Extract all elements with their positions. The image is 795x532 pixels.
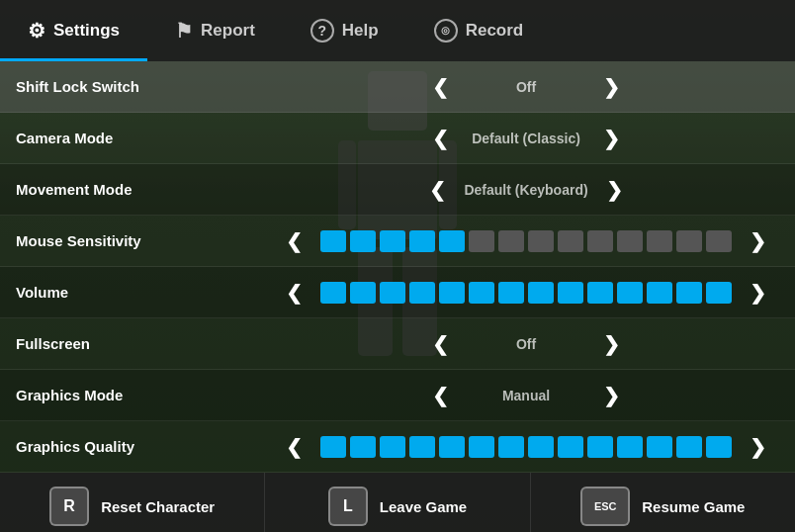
bar-4 bbox=[409, 230, 435, 252]
bar-9 bbox=[558, 230, 583, 252]
graphics-quality-control: ❮ ❯ bbox=[273, 433, 779, 461]
gq-bar-4 bbox=[409, 436, 435, 458]
fullscreen-prev[interactable]: ❮ bbox=[424, 330, 457, 358]
mouse-sensitivity-next[interactable]: ❯ bbox=[742, 227, 774, 255]
bar-7 bbox=[498, 230, 524, 252]
nav-item-report[interactable]: ⚑ Report bbox=[147, 0, 283, 61]
setting-row-camera-mode: Camera Mode ❮ Default (Classic) ❯ bbox=[0, 113, 795, 164]
report-icon: ⚑ bbox=[175, 21, 193, 41]
gq-bar-14 bbox=[706, 436, 732, 458]
setting-row-graphics-quality: Graphics Quality ❮ bbox=[0, 421, 795, 473]
camera-mode-prev[interactable]: ❮ bbox=[424, 125, 457, 152]
fullscreen-label: Fullscreen bbox=[16, 335, 273, 352]
graphics-quality-label: Graphics Quality bbox=[16, 438, 273, 455]
graphics-mode-label: Graphics Mode bbox=[16, 387, 273, 403]
vol-bar-14 bbox=[706, 282, 732, 304]
gq-bar-1 bbox=[320, 436, 346, 458]
vol-bar-2 bbox=[350, 282, 376, 304]
reset-character-button[interactable]: R Reset Character bbox=[0, 473, 265, 532]
fullscreen-next[interactable]: ❯ bbox=[595, 330, 628, 358]
gq-bar-3 bbox=[380, 436, 405, 458]
setting-row-volume: Volume ❮ bbox=[0, 267, 795, 318]
resume-game-label: Resume Game bbox=[642, 498, 745, 515]
bar-12 bbox=[647, 230, 672, 252]
setting-row-mouse-sensitivity: Mouse Sensitivity ❮ bbox=[0, 216, 795, 267]
bar-2 bbox=[350, 230, 376, 252]
shift-lock-prev[interactable]: ❮ bbox=[424, 73, 457, 101]
camera-mode-next[interactable]: ❯ bbox=[595, 125, 628, 152]
nav-bar: ⚙ Settings ⚑ Report ? Help ◎ Record bbox=[0, 0, 795, 61]
vol-bar-7 bbox=[498, 282, 524, 304]
graphics-mode-next[interactable]: ❯ bbox=[595, 382, 628, 409]
graphics-quality-prev[interactable]: ❮ bbox=[278, 433, 310, 461]
graphics-mode-value: Manual bbox=[467, 388, 585, 403]
vol-bar-12 bbox=[647, 282, 672, 304]
bar-5 bbox=[439, 230, 465, 252]
vol-bar-3 bbox=[380, 282, 405, 304]
setting-row-shift-lock: Shift Lock Switch ❮ Off ❯ bbox=[0, 61, 795, 113]
movement-mode-value: Default (Keyboard) bbox=[464, 182, 587, 198]
gq-bar-9 bbox=[558, 436, 583, 458]
settings-panel: ⚙ Settings ⚑ Report ? Help ◎ Record Shif… bbox=[0, 0, 795, 532]
vol-bar-4 bbox=[409, 282, 435, 304]
bar-13 bbox=[676, 230, 702, 252]
gq-bar-2 bbox=[350, 436, 376, 458]
nav-item-settings[interactable]: ⚙ Settings bbox=[0, 0, 147, 61]
nav-settings-label: Settings bbox=[53, 21, 120, 41]
setting-row-movement-mode: Movement Mode ❮ Default (Keyboard) ❯ bbox=[0, 164, 795, 216]
bar-8 bbox=[528, 230, 554, 252]
shift-lock-next[interactable]: ❯ bbox=[595, 73, 628, 101]
graphics-mode-prev[interactable]: ❮ bbox=[424, 382, 457, 409]
bar-11 bbox=[617, 230, 643, 252]
fullscreen-control: ❮ Off ❯ bbox=[273, 330, 779, 358]
volume-next[interactable]: ❯ bbox=[742, 279, 774, 307]
vol-bar-6 bbox=[469, 282, 494, 304]
reset-character-label: Reset Character bbox=[101, 498, 215, 515]
gq-bar-12 bbox=[647, 436, 672, 458]
movement-mode-control: ❮ Default (Keyboard) ❯ bbox=[273, 176, 779, 204]
vol-bar-1 bbox=[320, 282, 346, 304]
vol-bar-10 bbox=[587, 282, 613, 304]
leave-game-button[interactable]: L Leave Game bbox=[265, 473, 530, 532]
gq-bar-5 bbox=[439, 436, 465, 458]
volume-label: Volume bbox=[16, 284, 273, 301]
leave-key-badge: L bbox=[328, 487, 368, 526]
settings-rows: Shift Lock Switch ❮ Off ❯ Camera Mode ❮ … bbox=[0, 61, 795, 473]
nav-item-help[interactable]: ? Help bbox=[283, 0, 406, 61]
action-bar: R Reset Character L Leave Game ESC Resum… bbox=[0, 473, 795, 532]
bar-6 bbox=[469, 230, 494, 252]
nav-record-label: Record bbox=[466, 21, 524, 41]
vol-bar-9 bbox=[558, 282, 583, 304]
graphics-quality-next[interactable]: ❯ bbox=[742, 433, 774, 461]
mouse-sensitivity-prev[interactable]: ❮ bbox=[278, 227, 310, 255]
settings-icon: ⚙ bbox=[28, 21, 45, 41]
shift-lock-value: Off bbox=[467, 79, 585, 95]
gq-bar-6 bbox=[469, 436, 494, 458]
nav-help-label: Help bbox=[342, 21, 379, 41]
vol-bar-5 bbox=[439, 282, 465, 304]
gq-bar-7 bbox=[498, 436, 524, 458]
resume-game-button[interactable]: ESC Resume Game bbox=[531, 473, 795, 532]
record-icon: ◎ bbox=[434, 19, 458, 43]
bar-14 bbox=[706, 230, 732, 252]
camera-mode-label: Camera Mode bbox=[16, 130, 273, 146]
camera-mode-control: ❮ Default (Classic) ❯ bbox=[273, 125, 779, 152]
mouse-sensitivity-slider[interactable] bbox=[320, 230, 732, 252]
graphics-quality-slider[interactable] bbox=[320, 436, 732, 458]
setting-row-graphics-mode: Graphics Mode ❮ Manual ❯ bbox=[0, 370, 795, 421]
vol-bar-11 bbox=[617, 282, 643, 304]
shift-lock-label: Shift Lock Switch bbox=[16, 78, 273, 95]
mouse-sensitivity-control: ❮ ❯ bbox=[273, 227, 779, 255]
gq-bar-13 bbox=[676, 436, 702, 458]
nav-report-label: Report bbox=[201, 21, 255, 41]
movement-mode-prev[interactable]: ❮ bbox=[421, 176, 454, 204]
fullscreen-value: Off bbox=[467, 336, 585, 352]
movement-mode-next[interactable]: ❯ bbox=[598, 176, 631, 204]
volume-slider[interactable] bbox=[320, 282, 732, 304]
volume-prev[interactable]: ❮ bbox=[278, 279, 310, 307]
vol-bar-8 bbox=[528, 282, 554, 304]
help-icon: ? bbox=[310, 19, 334, 43]
bar-3 bbox=[380, 230, 405, 252]
nav-item-record[interactable]: ◎ Record bbox=[406, 0, 552, 61]
mouse-sensitivity-label: Mouse Sensitivity bbox=[16, 232, 273, 249]
